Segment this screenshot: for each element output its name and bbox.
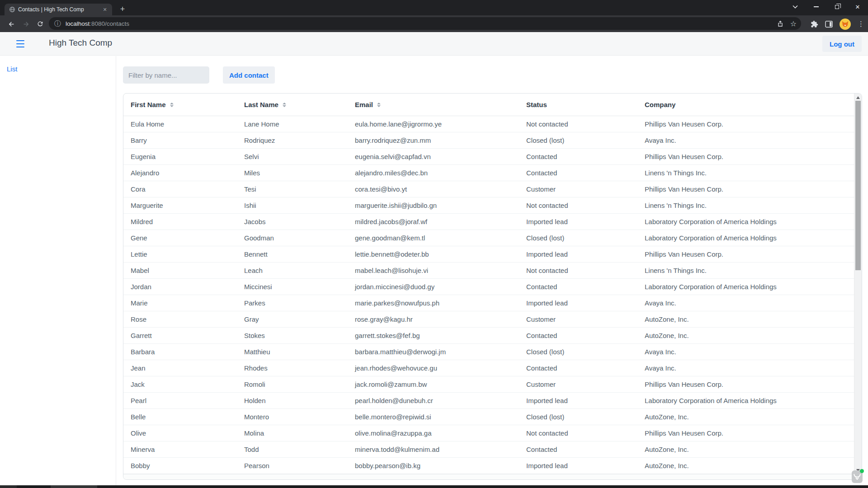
extensions-icon[interactable]: [811, 20, 818, 28]
logout-button[interactable]: Log out: [822, 36, 862, 52]
drawer-toggle-icon[interactable]: [13, 38, 28, 49]
contacts-grid: First NameLast NameEmailStatusCompany Eu…: [123, 93, 862, 480]
cell-first-name: Garrett: [123, 332, 237, 339]
cell-last-name: Jacobs: [237, 218, 348, 225]
cell-first-name: Mildred: [123, 218, 237, 225]
table-row[interactable]: CoraTesicora.tesi@bivo.ytCustomerPhillip…: [123, 181, 862, 197]
new-tab-icon[interactable]: +: [117, 4, 128, 15]
sort-indicator-icon[interactable]: [377, 103, 381, 107]
table-row[interactable]: AlejandroMilesalejandro.miles@dec.bnCont…: [123, 165, 862, 181]
share-icon[interactable]: [777, 20, 784, 27]
table-row[interactable]: MabelLeachmabel.leach@lisohuje.viNot con…: [123, 263, 862, 279]
cell-company: Phillips Van Heusen Corp.: [637, 185, 862, 193]
cell-first-name: Jack: [123, 380, 237, 388]
sort-indicator-icon[interactable]: [283, 103, 286, 107]
grid-body: Eula HomeLane Homeeula.home.lane@jigrorm…: [123, 116, 862, 474]
grid-vertical-scrollbar[interactable]: [854, 94, 862, 474]
sidebar-item-list[interactable]: List: [7, 65, 17, 73]
table-row[interactable]: BarryRodriquezbarry.rodriquez@zun.mmClos…: [123, 132, 862, 149]
column-header-email[interactable]: Email: [348, 94, 519, 116]
url-path: :8080/contacts: [90, 20, 129, 27]
table-row[interactable]: MargueriteIshiimarguerite.ishii@judbilo.…: [123, 197, 862, 214]
taskbar-segment: [51, 485, 97, 488]
cell-company: Linens 'n Things Inc.: [637, 202, 862, 209]
cell-company: Avaya Inc.: [637, 299, 862, 307]
forward-icon[interactable]: [20, 18, 32, 30]
column-header-company: Company: [637, 94, 862, 116]
app-title: High Tech Comp: [49, 38, 112, 48]
app-body: List Add contact First NameLast NameEmai…: [0, 56, 868, 485]
table-row[interactable]: BobbyPearsonbobby.pearson@ib.kgImported …: [123, 458, 862, 474]
table-row[interactable]: EugeniaSelvieugenia.selvi@capfad.vnConta…: [123, 149, 862, 165]
table-row[interactable]: JackRomolijack.romoli@zamum.bwCustomerPh…: [123, 376, 862, 393]
browser-tab[interactable]: Contacts | High Tech Comp ✕: [5, 4, 112, 15]
cell-company: Laboratory Corporation of America Holdin…: [637, 234, 862, 242]
cell-email: olive.molina@razuppa.ga: [348, 429, 519, 437]
cell-status: Contacted: [519, 283, 637, 291]
table-row[interactable]: GarrettStokesgarrett.stokes@fef.bgContac…: [123, 328, 862, 344]
browser-menu-kebab-icon[interactable]: ⋮: [858, 20, 864, 28]
cell-company: Avaya Inc.: [637, 348, 862, 356]
table-row[interactable]: MildredJacobsmildred.jacobs@joraf.wfImpo…: [123, 214, 862, 230]
scrollbar-up-arrow-icon[interactable]: [856, 96, 860, 99]
bookmark-star-icon[interactable]: ☆: [790, 19, 797, 28]
tab-search-chevron-icon[interactable]: [785, 0, 806, 14]
url-text[interactable]: localhost:8080/contacts: [66, 20, 777, 27]
column-header-label: Last Name: [244, 101, 278, 108]
reload-icon[interactable]: [34, 18, 46, 30]
cell-status: Closed (lost): [519, 234, 637, 242]
cell-last-name: Miccinesi: [237, 283, 348, 291]
sidebar: List: [0, 56, 116, 485]
cell-email: belle.montero@repiwid.si: [348, 413, 519, 421]
add-contact-button[interactable]: Add contact: [223, 66, 275, 84]
table-row[interactable]: LettieBennettlettie.bennett@odeter.bbImp…: [123, 246, 862, 263]
column-header-first-name[interactable]: First Name: [123, 94, 237, 116]
table-row[interactable]: RoseGrayrose.gray@kagu.hrCustomerAutoZon…: [123, 311, 862, 328]
cell-company: AutoZone, Inc.: [637, 413, 862, 421]
table-row[interactable]: BarbaraMatthieubarbara.matthieu@derwogi.…: [123, 344, 862, 360]
window-minimize-icon[interactable]: [806, 0, 826, 14]
table-row[interactable]: GeneGoodmangene.goodman@kem.tlClosed (lo…: [123, 230, 862, 246]
cell-status: Not contacted: [519, 429, 637, 437]
cell-last-name: Pearson: [237, 462, 348, 469]
cell-company: Phillips Van Heusen Corp.: [637, 120, 862, 128]
table-row[interactable]: MinervaToddminerva.todd@kulmenim.adConta…: [123, 441, 862, 458]
cell-email: barbara.matthieu@derwogi.jm: [348, 348, 519, 356]
filter-by-name-input[interactable]: [123, 66, 209, 84]
cell-first-name: Minerva: [123, 446, 237, 453]
cell-company: Linens 'n Things Inc.: [637, 169, 862, 177]
column-header-label: First Name: [131, 101, 166, 108]
window-restore-icon[interactable]: [826, 0, 847, 14]
grid-horizontal-scrollbar[interactable]: [123, 474, 862, 479]
cell-email: jordan.miccinesi@duod.gy: [348, 283, 519, 291]
cell-company: AutoZone, Inc.: [637, 462, 862, 469]
profile-avatar[interactable]: [840, 19, 851, 30]
column-header-label: Email: [355, 101, 373, 108]
table-row[interactable]: MarieParkesmarie.parkes@nowufpus.phImpor…: [123, 295, 862, 311]
site-info-icon[interactable]: ⓘ: [54, 19, 61, 28]
cell-last-name: Gray: [237, 315, 348, 323]
cell-email: eula.home.lane@jigrormo.ye: [348, 120, 519, 128]
table-row[interactable]: Eula HomeLane Homeeula.home.lane@jigrorm…: [123, 116, 862, 132]
url-bar[interactable]: ⓘ localhost:8080/contacts ☆: [49, 17, 801, 30]
cell-status: Imported lead: [519, 462, 637, 469]
grid-header-row: First NameLast NameEmailStatusCompany: [123, 94, 862, 116]
table-row[interactable]: JeanRhodesjean.rhodes@wehovuce.guContact…: [123, 360, 862, 376]
cell-email: gene.goodman@kem.tl: [348, 234, 519, 242]
cell-first-name: Marguerite: [123, 202, 237, 209]
table-row[interactable]: OliveMolinaolive.molina@razuppa.gaNot co…: [123, 425, 862, 441]
back-icon[interactable]: [5, 18, 17, 30]
table-row[interactable]: JordanMiccinesijordan.miccinesi@duod.gyC…: [123, 279, 862, 295]
window-close-icon[interactable]: ✕: [847, 0, 868, 14]
cell-first-name: Alejandro: [123, 169, 237, 177]
cell-company: Phillips Van Heusen Corp.: [637, 250, 862, 258]
cell-email: garrett.stokes@fef.bg: [348, 332, 519, 339]
side-panel-icon[interactable]: [825, 21, 833, 28]
sort-indicator-icon[interactable]: [170, 103, 174, 107]
column-header-last-name[interactable]: Last Name: [237, 94, 348, 116]
scrollbar-thumb[interactable]: [855, 101, 861, 270]
table-row[interactable]: PearlHoldenpearl.holden@dunebuh.crImport…: [123, 393, 862, 409]
vaadin-dev-tools-badge[interactable]: [852, 470, 863, 483]
table-row[interactable]: BelleMonterobelle.montero@repiwid.siClos…: [123, 409, 862, 425]
tab-close-icon[interactable]: ✕: [101, 6, 108, 13]
